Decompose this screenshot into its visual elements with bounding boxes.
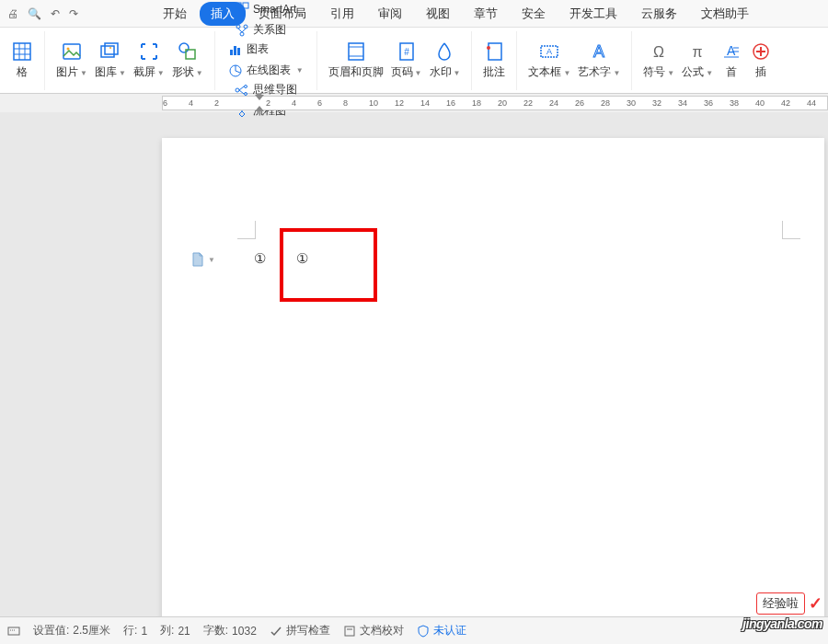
relation-button[interactable]: 关系图 <box>229 20 302 40</box>
svg-rect-22 <box>237 48 240 55</box>
table-label: 格 <box>17 64 28 80</box>
preview-icon[interactable]: 🔍 <box>28 7 41 20</box>
tab-home[interactable]: 开始 <box>152 2 198 26</box>
tab-doc-helper[interactable]: 文档助手 <box>690 2 760 26</box>
tab-references[interactable]: 引用 <box>319 2 365 26</box>
sb-spellcheck[interactable]: 拼写检查 <box>270 623 330 638</box>
svg-rect-21 <box>234 46 236 55</box>
svg-text:π: π <box>693 44 703 60</box>
sb-col[interactable]: 列: 21 <box>160 623 190 638</box>
ruler-tick: 30 <box>627 98 636 108</box>
chevron-down-icon: ▼ <box>415 69 422 77</box>
ribbon: 格 图片▼ 图库▼ 截屏▼ 形状▼ SmartArt 关系图 <box>0 28 828 94</box>
chart-button[interactable]: 图表 <box>223 40 309 59</box>
chart-icon <box>228 42 243 57</box>
keyboard-indicator[interactable] <box>7 625 20 638</box>
line-value: 1 <box>141 625 147 638</box>
svg-rect-14 <box>239 10 245 16</box>
svg-point-36 <box>487 46 490 50</box>
watermark-badge: 经验啦 ✓ <box>756 592 822 615</box>
table-button-partial[interactable]: 格 <box>7 39 37 82</box>
ruler-tick: 4 <box>189 98 193 108</box>
screenshot-icon <box>138 40 160 63</box>
ruler-tick: 2 <box>214 98 219 108</box>
tab-chapter[interactable]: 章节 <box>463 2 509 26</box>
textbox-button[interactable]: A 文本框▼ <box>524 39 574 82</box>
ruler-tick: 10 <box>369 98 378 108</box>
sb-verification[interactable]: 未认证 <box>417 623 466 638</box>
equation-button[interactable]: π 公式▼ <box>678 39 717 82</box>
sb-docproof[interactable]: 文档校对 <box>343 623 404 638</box>
ruler-tick: 4 <box>292 98 296 108</box>
header-footer-button[interactable]: 页眉和页脚 <box>325 39 387 82</box>
workspace: ▼ ① ① <box>0 112 828 616</box>
svg-point-25 <box>244 85 247 87</box>
sb-wordcount[interactable]: 字数: 1032 <box>203 623 257 638</box>
comment-button[interactable]: 批注 <box>479 39 509 82</box>
redo-icon[interactable]: ↷ <box>69 7 78 20</box>
svg-rect-7 <box>101 46 114 57</box>
ruler-area: 6422468101214161820222426283032343638404… <box>0 94 828 112</box>
tab-security[interactable]: 安全 <box>511 2 557 26</box>
online-chart-button[interactable]: 在线图表▼ <box>223 61 309 80</box>
ruler-tick: 6 <box>317 98 322 108</box>
shapes-button[interactable]: 形状▼ <box>168 39 207 82</box>
spellcheck-label: 拼写检查 <box>286 623 330 638</box>
comment-icon <box>483 40 505 63</box>
dropcap-button-partial[interactable]: A 首 <box>717 39 746 82</box>
screenshot-button[interactable]: 截屏▼ <box>130 39 168 82</box>
svg-rect-35 <box>489 43 501 60</box>
gallery-button[interactable]: 图库▼ <box>91 39 130 82</box>
smartart-label: SmartArt <box>253 3 296 16</box>
chevron-down-icon: ▼ <box>563 69 570 77</box>
smartart-button[interactable]: SmartArt <box>229 0 302 18</box>
margin-corner-tr <box>782 221 800 239</box>
symbol-button[interactable]: Ω 符号▼ <box>639 39 678 82</box>
svg-line-19 <box>242 29 246 32</box>
spellcheck-icon <box>270 625 282 638</box>
svg-point-17 <box>240 32 244 36</box>
line-label: 行: <box>123 623 137 638</box>
shield-icon <box>417 625 430 638</box>
tab-review[interactable]: 审阅 <box>367 2 413 26</box>
tab-view[interactable]: 视图 <box>415 2 461 26</box>
page-number-label: 页码 <box>391 65 413 78</box>
screenshot-label: 截屏 <box>133 65 155 78</box>
verification-label: 未认证 <box>433 623 466 638</box>
indent-marker-top[interactable] <box>255 95 264 100</box>
checkmark-icon: ✓ <box>809 593 822 614</box>
ruler-tick: 18 <box>472 98 481 108</box>
ruler-tick: 22 <box>523 98 533 108</box>
header-footer-label: 页眉和页脚 <box>328 64 384 80</box>
watermark-button[interactable]: 水印▼ <box>426 39 465 82</box>
svg-rect-13 <box>243 3 248 8</box>
col-value: 21 <box>178 625 190 638</box>
wordart-label: 艺术字 <box>578 65 611 78</box>
sb-line[interactable]: 行: 1 <box>123 623 147 638</box>
chevron-down-icon: ▼ <box>157 69 165 77</box>
print-icon[interactable]: 🖨 <box>7 7 18 20</box>
undo-icon[interactable]: ↶ <box>51 7 60 20</box>
image-button[interactable]: 图片▼ <box>52 39 91 82</box>
horizontal-ruler[interactable]: 6422468101214161820222426283032343638404… <box>162 96 828 110</box>
ruler-tick: 28 <box>601 98 610 108</box>
textbox-icon: A <box>538 40 560 63</box>
image-label: 图片 <box>56 65 78 78</box>
wordart-button[interactable]: A 艺术字▼ <box>574 39 624 82</box>
indent-marker-bottom[interactable] <box>255 106 264 111</box>
svg-rect-20 <box>230 50 233 55</box>
table-icon <box>11 40 33 63</box>
document-page[interactable]: ▼ ① ① <box>162 138 824 616</box>
ruler-tick: 26 <box>575 98 584 108</box>
symbol-label: 符号 <box>643 65 665 78</box>
tab-cloud[interactable]: 云服务 <box>630 2 688 26</box>
chart-label: 图表 <box>247 41 269 57</box>
document-icon <box>191 252 204 267</box>
page-number-button[interactable]: # 页码▼ <box>387 39 426 82</box>
tab-dev-tools[interactable]: 开发工具 <box>558 2 628 26</box>
outline-side-marker[interactable]: ▼ <box>191 252 215 267</box>
svg-point-26 <box>244 92 247 95</box>
sb-setting[interactable]: 设置值: 2.5厘米 <box>33 623 110 638</box>
insert-button-partial[interactable]: 插 <box>746 39 776 82</box>
svg-line-18 <box>238 29 242 32</box>
